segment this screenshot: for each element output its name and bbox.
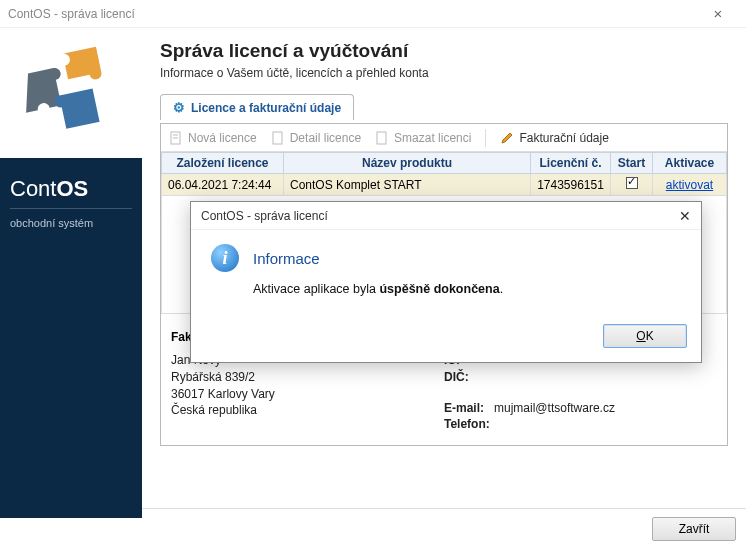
phone-label: Telefon: xyxy=(444,416,490,433)
billing-city: 36017 Karlovy Vary xyxy=(171,386,444,403)
info-icon: i xyxy=(211,244,239,272)
delete-license-button[interactable]: Smazat licenci xyxy=(375,131,471,145)
license-table: Založení licence Název produktu Licenční… xyxy=(161,152,727,196)
detail-license-button[interactable]: Detail licence xyxy=(271,131,361,145)
document-icon xyxy=(169,131,183,145)
table-row[interactable]: 06.04.2021 7:24:44 ContOS Komplet START … xyxy=(162,174,727,196)
svg-rect-3 xyxy=(273,132,282,144)
pencil-icon xyxy=(500,131,514,145)
brand-subtitle: obchodní systém xyxy=(10,217,132,229)
ok-label-rest: K xyxy=(646,329,654,343)
toolbar-separator xyxy=(485,129,486,147)
cell-activation[interactable]: aktivovat xyxy=(653,174,727,196)
col-activation[interactable]: Aktivace xyxy=(653,153,727,174)
close-button[interactable]: Zavřít xyxy=(652,517,736,541)
billing-street: Rybářská 839/2 xyxy=(171,369,444,386)
billing-address: Jan Nový Rybářská 839/2 36017 Karlovy Va… xyxy=(171,352,444,433)
page-subtitle: Informace o Vašem účtě, licencích a přeh… xyxy=(160,66,728,80)
email-label: E-mail: xyxy=(444,400,484,417)
cell-start[interactable] xyxy=(611,174,653,196)
cell-licno: 1743596151 xyxy=(531,174,611,196)
cell-product: ContOS Komplet START xyxy=(284,174,531,196)
col-product[interactable]: Název produktu xyxy=(284,153,531,174)
col-created[interactable]: Založení licence xyxy=(162,153,284,174)
toolbar: Nová licence Detail licence Smazat licen… xyxy=(161,124,727,152)
billing-info-button[interactable]: Fakturační údaje xyxy=(500,131,608,145)
dialog-close-icon[interactable]: ✕ xyxy=(679,208,691,224)
document-icon xyxy=(375,131,389,145)
svg-rect-4 xyxy=(377,132,386,144)
tab-label: Licence a fakturační údaje xyxy=(191,101,341,115)
table-header-row: Založení licence Název produktu Licenční… xyxy=(162,153,727,174)
billing-country: Česká republika xyxy=(171,402,444,419)
puzzle-logo-icon xyxy=(0,28,142,158)
cell-created: 06.04.2021 7:24:44 xyxy=(162,174,284,196)
dialog-title: ContOS - správa licencí xyxy=(201,209,328,223)
window-titlebar: ContOS - správa licencí × xyxy=(0,0,746,28)
dialog-titlebar: ContOS - správa licencí ✕ xyxy=(191,202,701,230)
brand-panel: ContOS obchodní systém xyxy=(0,158,142,518)
tab-license-billing[interactable]: ⚙ Licence a fakturační údaje xyxy=(160,94,354,120)
new-license-button[interactable]: Nová licence xyxy=(169,131,257,145)
dialog-heading: Informace xyxy=(253,250,320,267)
ok-button[interactable]: OK xyxy=(603,324,687,348)
col-licno[interactable]: Licenční č. xyxy=(531,153,611,174)
billing-contact: IČ: DIČ: E-mail: mujmail@ttsoftware.cz T… xyxy=(444,352,717,433)
start-checkbox[interactable] xyxy=(626,177,638,189)
info-dialog: ContOS - správa licencí ✕ i Informace Ak… xyxy=(190,201,702,363)
col-start[interactable]: Start xyxy=(611,153,653,174)
email-value: mujmail@ttsoftware.cz xyxy=(494,401,615,415)
gear-icon: ⚙ xyxy=(173,100,185,115)
sidebar: ContOS obchodní systém xyxy=(0,28,142,508)
page-title: Správa licencí a vyúčtování xyxy=(160,40,728,62)
brand-title: ContOS xyxy=(10,176,132,202)
dialog-message: Aktivace aplikace byla úspěšně dokončena… xyxy=(253,282,681,296)
window-close-icon[interactable]: × xyxy=(698,5,738,22)
document-icon xyxy=(271,131,285,145)
dic-label: DIČ: xyxy=(444,369,469,386)
window-title: ContOS - správa licencí xyxy=(8,7,135,21)
